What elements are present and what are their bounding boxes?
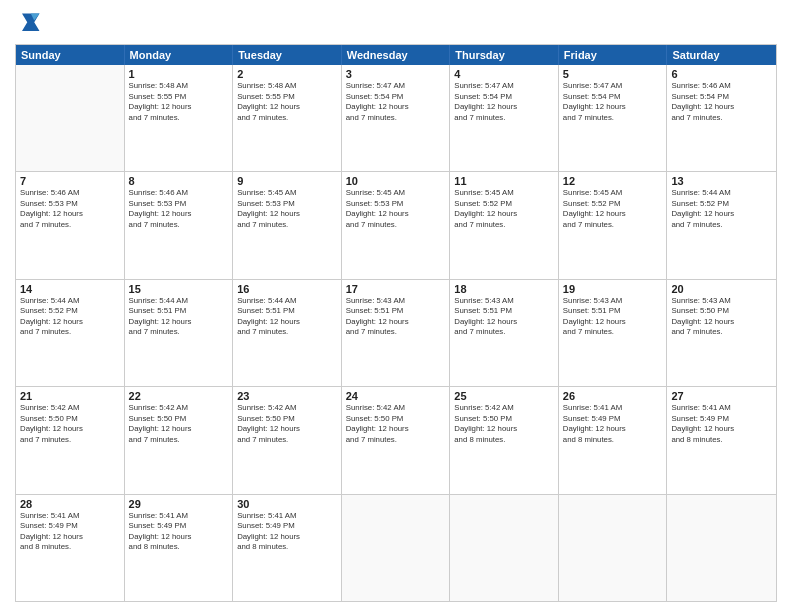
day-number: 2	[237, 68, 337, 80]
day-details: Sunrise: 5:46 AM Sunset: 5:54 PM Dayligh…	[671, 81, 772, 123]
day-details: Sunrise: 5:44 AM Sunset: 5:52 PM Dayligh…	[671, 188, 772, 230]
day-details: Sunrise: 5:46 AM Sunset: 5:53 PM Dayligh…	[20, 188, 120, 230]
day-details: Sunrise: 5:43 AM Sunset: 5:51 PM Dayligh…	[563, 296, 663, 338]
cal-header-thursday: Thursday	[450, 45, 559, 65]
table-row: 6Sunrise: 5:46 AM Sunset: 5:54 PM Daylig…	[667, 65, 776, 171]
day-number: 19	[563, 283, 663, 295]
logo-icon	[15, 10, 43, 38]
table-row: 27Sunrise: 5:41 AM Sunset: 5:49 PM Dayli…	[667, 387, 776, 493]
table-row: 19Sunrise: 5:43 AM Sunset: 5:51 PM Dayli…	[559, 280, 668, 386]
day-number: 7	[20, 175, 120, 187]
table-row: 4Sunrise: 5:47 AM Sunset: 5:54 PM Daylig…	[450, 65, 559, 171]
day-number: 10	[346, 175, 446, 187]
table-row: 30Sunrise: 5:41 AM Sunset: 5:49 PM Dayli…	[233, 495, 342, 601]
day-details: Sunrise: 5:42 AM Sunset: 5:50 PM Dayligh…	[237, 403, 337, 445]
day-number: 25	[454, 390, 554, 402]
day-details: Sunrise: 5:42 AM Sunset: 5:50 PM Dayligh…	[20, 403, 120, 445]
day-number: 9	[237, 175, 337, 187]
table-row: 11Sunrise: 5:45 AM Sunset: 5:52 PM Dayli…	[450, 172, 559, 278]
day-number: 27	[671, 390, 772, 402]
day-number: 20	[671, 283, 772, 295]
day-number: 30	[237, 498, 337, 510]
cal-header-sunday: Sunday	[16, 45, 125, 65]
day-number: 11	[454, 175, 554, 187]
day-number: 14	[20, 283, 120, 295]
day-number: 29	[129, 498, 229, 510]
day-details: Sunrise: 5:42 AM Sunset: 5:50 PM Dayligh…	[346, 403, 446, 445]
logo	[15, 10, 47, 38]
table-row: 5Sunrise: 5:47 AM Sunset: 5:54 PM Daylig…	[559, 65, 668, 171]
calendar-week-2: 7Sunrise: 5:46 AM Sunset: 5:53 PM Daylig…	[16, 172, 776, 279]
day-number: 18	[454, 283, 554, 295]
calendar-week-5: 28Sunrise: 5:41 AM Sunset: 5:49 PM Dayli…	[16, 495, 776, 601]
calendar-week-3: 14Sunrise: 5:44 AM Sunset: 5:52 PM Dayli…	[16, 280, 776, 387]
day-details: Sunrise: 5:41 AM Sunset: 5:49 PM Dayligh…	[129, 511, 229, 553]
day-number: 6	[671, 68, 772, 80]
day-details: Sunrise: 5:43 AM Sunset: 5:51 PM Dayligh…	[346, 296, 446, 338]
day-details: Sunrise: 5:48 AM Sunset: 5:55 PM Dayligh…	[237, 81, 337, 123]
day-number: 8	[129, 175, 229, 187]
day-details: Sunrise: 5:47 AM Sunset: 5:54 PM Dayligh…	[454, 81, 554, 123]
table-row: 14Sunrise: 5:44 AM Sunset: 5:52 PM Dayli…	[16, 280, 125, 386]
day-details: Sunrise: 5:46 AM Sunset: 5:53 PM Dayligh…	[129, 188, 229, 230]
day-number: 1	[129, 68, 229, 80]
table-row: 22Sunrise: 5:42 AM Sunset: 5:50 PM Dayli…	[125, 387, 234, 493]
day-details: Sunrise: 5:41 AM Sunset: 5:49 PM Dayligh…	[671, 403, 772, 445]
day-number: 13	[671, 175, 772, 187]
day-number: 26	[563, 390, 663, 402]
day-number: 4	[454, 68, 554, 80]
cal-header-wednesday: Wednesday	[342, 45, 451, 65]
table-row: 16Sunrise: 5:44 AM Sunset: 5:51 PM Dayli…	[233, 280, 342, 386]
table-row: 9Sunrise: 5:45 AM Sunset: 5:53 PM Daylig…	[233, 172, 342, 278]
day-number: 17	[346, 283, 446, 295]
day-details: Sunrise: 5:45 AM Sunset: 5:52 PM Dayligh…	[454, 188, 554, 230]
table-row: 26Sunrise: 5:41 AM Sunset: 5:49 PM Dayli…	[559, 387, 668, 493]
table-row: 13Sunrise: 5:44 AM Sunset: 5:52 PM Dayli…	[667, 172, 776, 278]
day-number: 3	[346, 68, 446, 80]
day-details: Sunrise: 5:43 AM Sunset: 5:51 PM Dayligh…	[454, 296, 554, 338]
header	[15, 10, 777, 38]
table-row: 1Sunrise: 5:48 AM Sunset: 5:55 PM Daylig…	[125, 65, 234, 171]
cal-header-tuesday: Tuesday	[233, 45, 342, 65]
day-details: Sunrise: 5:43 AM Sunset: 5:50 PM Dayligh…	[671, 296, 772, 338]
table-row: 29Sunrise: 5:41 AM Sunset: 5:49 PM Dayli…	[125, 495, 234, 601]
day-details: Sunrise: 5:47 AM Sunset: 5:54 PM Dayligh…	[563, 81, 663, 123]
table-row: 3Sunrise: 5:47 AM Sunset: 5:54 PM Daylig…	[342, 65, 451, 171]
table-row	[342, 495, 451, 601]
day-number: 22	[129, 390, 229, 402]
page: SundayMondayTuesdayWednesdayThursdayFrid…	[0, 0, 792, 612]
table-row: 10Sunrise: 5:45 AM Sunset: 5:53 PM Dayli…	[342, 172, 451, 278]
day-number: 28	[20, 498, 120, 510]
table-row	[16, 65, 125, 171]
day-details: Sunrise: 5:42 AM Sunset: 5:50 PM Dayligh…	[129, 403, 229, 445]
calendar-header-row: SundayMondayTuesdayWednesdayThursdayFrid…	[16, 45, 776, 65]
day-details: Sunrise: 5:42 AM Sunset: 5:50 PM Dayligh…	[454, 403, 554, 445]
day-number: 24	[346, 390, 446, 402]
table-row: 21Sunrise: 5:42 AM Sunset: 5:50 PM Dayli…	[16, 387, 125, 493]
day-number: 5	[563, 68, 663, 80]
day-details: Sunrise: 5:45 AM Sunset: 5:53 PM Dayligh…	[346, 188, 446, 230]
day-details: Sunrise: 5:44 AM Sunset: 5:52 PM Dayligh…	[20, 296, 120, 338]
table-row: 7Sunrise: 5:46 AM Sunset: 5:53 PM Daylig…	[16, 172, 125, 278]
day-details: Sunrise: 5:47 AM Sunset: 5:54 PM Dayligh…	[346, 81, 446, 123]
table-row: 20Sunrise: 5:43 AM Sunset: 5:50 PM Dayli…	[667, 280, 776, 386]
table-row: 2Sunrise: 5:48 AM Sunset: 5:55 PM Daylig…	[233, 65, 342, 171]
day-details: Sunrise: 5:41 AM Sunset: 5:49 PM Dayligh…	[563, 403, 663, 445]
table-row	[667, 495, 776, 601]
table-row: 18Sunrise: 5:43 AM Sunset: 5:51 PM Dayli…	[450, 280, 559, 386]
calendar: SundayMondayTuesdayWednesdayThursdayFrid…	[15, 44, 777, 602]
day-number: 12	[563, 175, 663, 187]
day-details: Sunrise: 5:48 AM Sunset: 5:55 PM Dayligh…	[129, 81, 229, 123]
day-number: 15	[129, 283, 229, 295]
day-number: 23	[237, 390, 337, 402]
day-number: 16	[237, 283, 337, 295]
table-row	[450, 495, 559, 601]
calendar-week-4: 21Sunrise: 5:42 AM Sunset: 5:50 PM Dayli…	[16, 387, 776, 494]
table-row: 23Sunrise: 5:42 AM Sunset: 5:50 PM Dayli…	[233, 387, 342, 493]
table-row	[559, 495, 668, 601]
table-row: 15Sunrise: 5:44 AM Sunset: 5:51 PM Dayli…	[125, 280, 234, 386]
table-row: 17Sunrise: 5:43 AM Sunset: 5:51 PM Dayli…	[342, 280, 451, 386]
cal-header-friday: Friday	[559, 45, 668, 65]
cal-header-saturday: Saturday	[667, 45, 776, 65]
day-details: Sunrise: 5:41 AM Sunset: 5:49 PM Dayligh…	[237, 511, 337, 553]
